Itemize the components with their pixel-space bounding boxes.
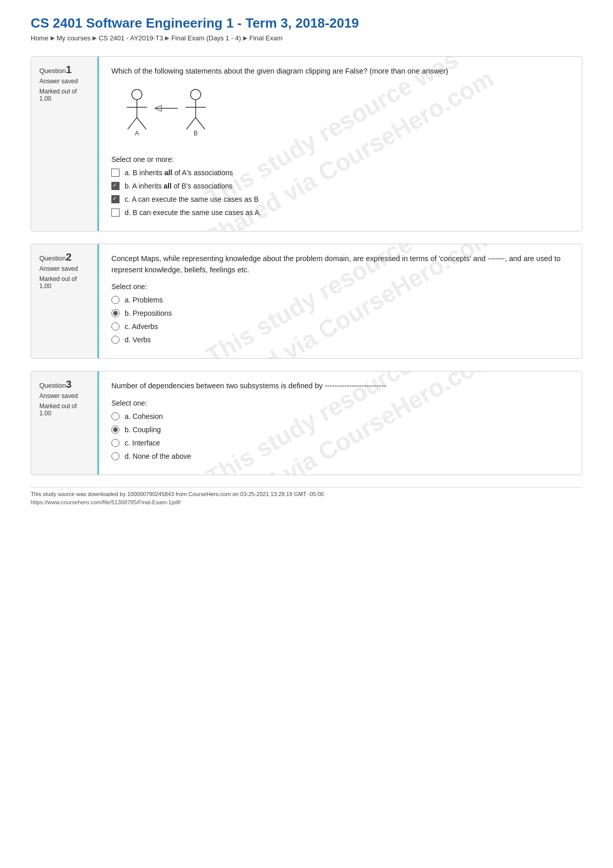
footer-url: https://www.coursehero.com/file/51368785… xyxy=(31,499,582,505)
radio-3c[interactable] xyxy=(111,439,120,447)
question-1-option-d[interactable]: d. B can execute the same use cases as A… xyxy=(111,208,570,217)
question-3-options: a. Cohesion b. Coupling c. Interface d. … xyxy=(111,412,570,460)
breadcrumb: Home ▶ My courses ▶ CS 2401 - AY2019-T3 … xyxy=(31,34,582,42)
svg-text:B: B xyxy=(194,130,198,137)
question-1-label: Question1 xyxy=(39,64,89,76)
footer-note: This study source was downloaded by 1000… xyxy=(31,487,582,497)
breadcrumb-mycourses[interactable]: My courses xyxy=(57,34,90,42)
question-1-option-c[interactable]: c. A can execute the same use cases as B xyxy=(111,195,570,203)
option-1a-text: a. B inherits all of A's associations xyxy=(125,169,233,177)
option-3c-text: c. Interface xyxy=(125,439,160,447)
question-2-option-c[interactable]: c. Adverbs xyxy=(111,322,570,331)
question-1-sidebar: Question1 Answer saved Marked out of1.00 xyxy=(31,57,98,231)
svg-line-11 xyxy=(186,118,196,129)
checkbox-1d[interactable] xyxy=(111,208,120,217)
question-2-block: Question2 Answer saved Marked out of1.00… xyxy=(31,244,582,359)
question-1-text: Which of the following statements about … xyxy=(111,66,570,77)
question-3-status: Answer saved xyxy=(39,392,89,400)
question-2-options: a. Problems b. Prepositions c. Adverbs d… xyxy=(111,296,570,344)
option-1b-text: b. A inherits all of B's associations xyxy=(125,182,232,190)
radio-3d[interactable] xyxy=(111,452,120,460)
question-3-option-a[interactable]: a. Cohesion xyxy=(111,412,570,420)
question-1-status: Answer saved xyxy=(39,78,89,85)
option-2b-text: b. Prepositions xyxy=(125,309,172,317)
question-3-select-label: Select one: xyxy=(111,399,570,407)
question-2-select-label: Select one: xyxy=(111,283,570,291)
radio-3b[interactable] xyxy=(111,426,120,434)
radio-2c[interactable] xyxy=(111,322,120,331)
question-2-label: Question2 xyxy=(39,251,89,263)
svg-line-4 xyxy=(137,118,146,129)
checkbox-1a[interactable] xyxy=(111,169,120,177)
question-2-option-a[interactable]: a. Problems xyxy=(111,296,570,304)
question-2-content: This study resource was Shared via Cours… xyxy=(98,244,582,359)
question-3-option-c[interactable]: c. Interface xyxy=(111,439,570,447)
question-2-sidebar: Question2 Answer saved Marked out of1.00 xyxy=(31,244,98,359)
option-2a-text: a. Problems xyxy=(125,296,163,304)
question-1-block: Question1 Answer saved Marked out of1.00… xyxy=(31,56,582,231)
question-3-block: Question3 Answer saved Marked out of1.00… xyxy=(31,371,582,475)
svg-line-12 xyxy=(196,118,205,129)
breadcrumb-home[interactable]: Home xyxy=(31,34,49,42)
question-1-mark: Marked out of1.00 xyxy=(39,88,89,102)
question-3-sidebar: Question3 Answer saved Marked out of1.00 xyxy=(31,371,98,475)
uml-diagram: A B xyxy=(116,84,570,147)
page-title: CS 2401 Software Engineering 1 - Term 3,… xyxy=(31,15,582,31)
question-2-status: Answer saved xyxy=(39,265,89,272)
radio-2d[interactable] xyxy=(111,336,120,344)
option-2c-text: c. Adverbs xyxy=(125,322,158,331)
option-3b-text: b. Coupling xyxy=(125,426,161,434)
svg-text:A: A xyxy=(135,130,139,137)
question-3-content: This study resource was Shared via Cours… xyxy=(98,371,582,475)
question-1-select-label: Select one or more: xyxy=(111,155,570,163)
breadcrumb-finalexam-days[interactable]: Final Exam (Days 1 - 4) xyxy=(171,34,241,42)
question-2-option-d[interactable]: d. Verbs xyxy=(111,336,570,344)
option-1c-text: c. A can execute the same use cases as B xyxy=(125,195,258,203)
svg-line-3 xyxy=(128,118,137,129)
option-1d-text: d. B can execute the same use cases as A… xyxy=(125,208,262,217)
question-1-option-b[interactable]: b. A inherits all of B's associations xyxy=(111,182,570,190)
question-3-option-d[interactable]: d. None of the above xyxy=(111,452,570,460)
radio-2a[interactable] xyxy=(111,296,120,304)
question-3-label: Question3 xyxy=(39,379,89,390)
question-2-mark: Marked out of1.00 xyxy=(39,275,89,290)
radio-3a[interactable] xyxy=(111,412,120,420)
question-1-option-a[interactable]: a. B inherits all of A's associations xyxy=(111,169,570,177)
question-3-option-b[interactable]: b. Coupling xyxy=(111,426,570,434)
question-3-text: Number of dependencies between two subsy… xyxy=(111,381,570,392)
breadcrumb-course[interactable]: CS 2401 - AY2019-T3 xyxy=(99,34,163,42)
svg-point-0 xyxy=(132,89,142,100)
option-2d-text: d. Verbs xyxy=(125,336,151,344)
option-3d-text: d. None of the above xyxy=(125,452,191,460)
breadcrumb-finalexam[interactable]: Final Exam xyxy=(249,34,282,42)
question-2-text: Concept Maps, while representing knowled… xyxy=(111,253,570,276)
option-3a-text: a. Cohesion xyxy=(125,412,163,420)
uml-svg: A B xyxy=(116,84,219,146)
question-1-options: a. B inherits all of A's associations b.… xyxy=(111,169,570,217)
question-1-content: This study resource was Shared via Cours… xyxy=(98,57,582,231)
checkbox-1c[interactable] xyxy=(111,195,120,203)
question-3-mark: Marked out of1.00 xyxy=(39,403,89,417)
svg-point-8 xyxy=(191,89,201,100)
radio-2b[interactable] xyxy=(111,309,120,317)
checkbox-1b[interactable] xyxy=(111,182,120,190)
question-2-option-b[interactable]: b. Prepositions xyxy=(111,309,570,317)
